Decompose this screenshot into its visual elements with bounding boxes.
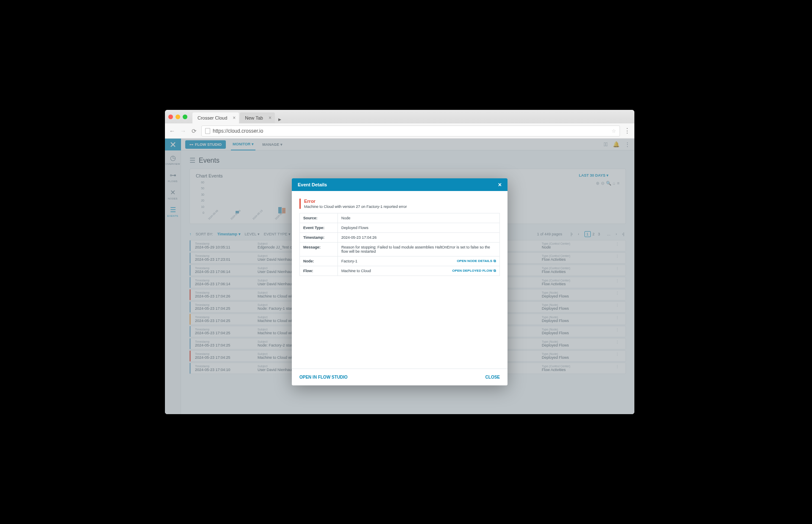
close-tab-icon[interactable]: × (269, 115, 272, 121)
error-subject: Machine to Cloud with version 27 on Fact… (304, 205, 500, 209)
browser-menu-button[interactable]: ⋮ (623, 127, 631, 135)
modal-body: Error Machine to Cloud with version 27 o… (292, 191, 508, 368)
modal-footer: OPEN IN FLOW STUDIO CLOSE (292, 368, 508, 385)
modal-header: Event Details × (292, 178, 508, 191)
detail-key: Source: (300, 213, 338, 223)
open-in-flow-studio-link[interactable]: OPEN IN FLOW STUDIO (299, 375, 348, 379)
detail-key: Event Type: (300, 223, 338, 233)
window-controls[interactable] (168, 115, 187, 119)
reload-button[interactable]: ⟳ (190, 127, 198, 135)
detail-value: Reason for stopping: Failed to load modu… (338, 243, 500, 257)
detail-value: Node (338, 213, 500, 223)
app-root: ◷OVERVIEW⊶FLOWS✕NODES☰EVENTS ⊶ FLOW STUD… (165, 139, 634, 414)
modal-close-icon[interactable]: × (498, 181, 502, 188)
detail-value: Factory-1OPEN NODE DETAILS⧉ (338, 257, 500, 266)
browser-tabstrip: Crosser Cloud × New Tab × ▸ (165, 110, 634, 123)
forward-button[interactable]: → (179, 127, 187, 135)
new-tab-button[interactable]: ▸ (276, 115, 284, 123)
detail-value: 2024-05-23 17:04:26 (338, 233, 500, 243)
modal-title: Event Details (298, 182, 327, 187)
external-link-icon: ⧉ (494, 269, 496, 273)
address-bar[interactable]: https://cloud.crosser.io ☆ (201, 126, 620, 136)
open-node-details-link[interactable]: OPEN NODE DETAILS⧉ (457, 259, 496, 263)
browser-toolbar: ← → ⟳ https://cloud.crosser.io ☆ ⋮ (165, 123, 634, 139)
site-info-icon[interactable] (205, 128, 210, 134)
event-details-modal: Event Details × Error Machine to Cloud w… (292, 178, 508, 385)
open-deployed-flow-link[interactable]: OPEN DEPLOYED FLOW⧉ (452, 269, 496, 273)
detail-key: Timestamp: (300, 233, 338, 243)
detail-key: Node: (300, 257, 338, 266)
detail-value: Deployed Flows (338, 223, 500, 233)
error-label: Error (304, 199, 500, 204)
close-tab-icon[interactable]: × (233, 115, 236, 121)
tab-title: Crosser Cloud (198, 115, 227, 120)
url-text: https://cloud.crosser.io (213, 128, 263, 134)
detail-value: Machine to CloudOPEN DEPLOYED FLOW⧉ (338, 266, 500, 276)
detail-key: Message: (300, 243, 338, 257)
browser-window: Crosser Cloud × New Tab × ▸ ← → ⟳ https:… (165, 110, 634, 414)
detail-key: Flow: (300, 266, 338, 276)
minimize-window-icon[interactable] (176, 115, 180, 119)
browser-tab[interactable]: New Tab × (240, 112, 275, 123)
external-link-icon: ⧉ (494, 259, 496, 263)
browser-tab-active[interactable]: Crosser Cloud × (192, 112, 239, 123)
maximize-window-icon[interactable] (183, 115, 187, 119)
details-table: Source:NodeEvent Type:Deployed FlowsTime… (299, 213, 500, 276)
close-window-icon[interactable] (168, 115, 173, 119)
modal-close-button[interactable]: CLOSE (486, 375, 500, 379)
bookmark-icon[interactable]: ☆ (612, 128, 616, 134)
back-button[interactable]: ← (168, 127, 176, 135)
tab-title: New Tab (245, 115, 263, 120)
error-banner: Error Machine to Cloud with version 27 o… (299, 199, 500, 209)
